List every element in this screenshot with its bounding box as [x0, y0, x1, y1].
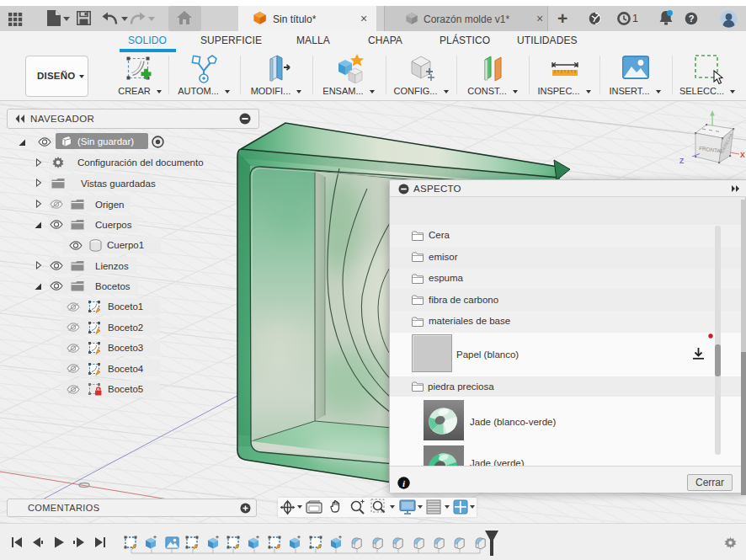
svg-text:X: X: [740, 151, 745, 159]
svg-text:?: ?: [689, 13, 695, 24]
svg-text:Z: Z: [679, 157, 684, 165]
